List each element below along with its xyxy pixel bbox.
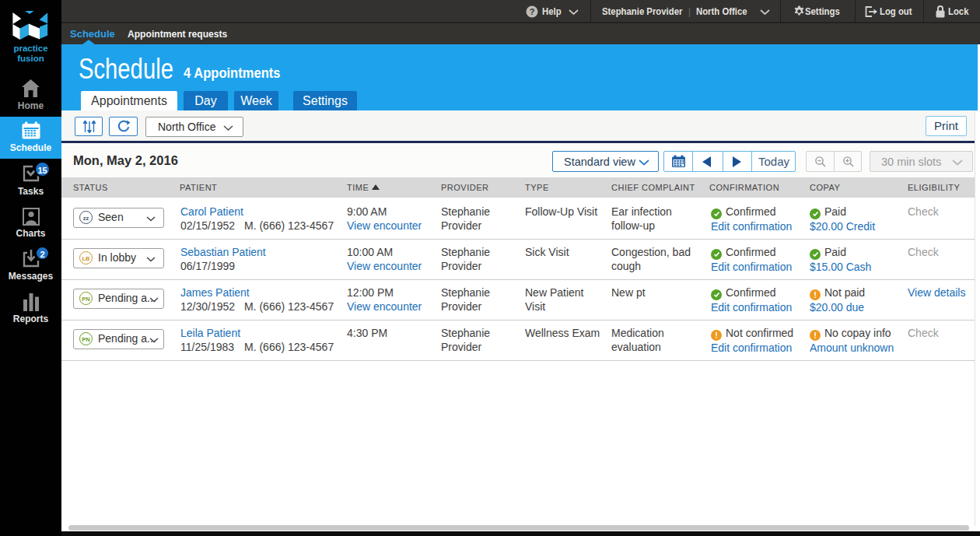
svg-text:?: ? [530,7,535,16]
